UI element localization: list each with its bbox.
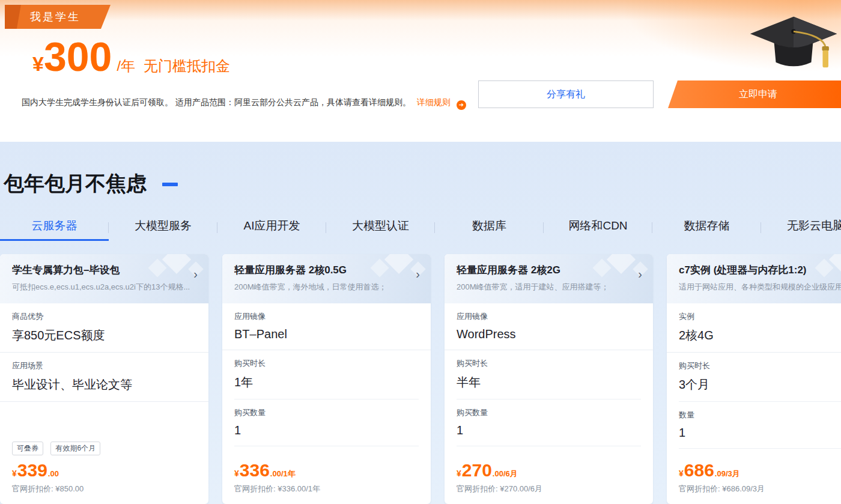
hero-price: ¥ 300 /年 无门槛抵扣金 — [32, 36, 230, 77]
chevron-right-icon[interactable]: › — [193, 267, 198, 281]
currency-symbol: ¥ — [457, 469, 461, 478]
tab-database[interactable]: 数据库 — [435, 214, 544, 241]
card-subtitle: 200M峰值带宽，适用于建站、应用搭建等； — [457, 282, 637, 293]
price-amount: 686 — [684, 461, 714, 479]
price-amount: 339 — [17, 461, 47, 479]
card-price-area: ¥ 270 .00 /6月 官网折扣价: ¥270.00/6月 — [445, 461, 653, 504]
subscription-section: 包年包月不焦虑 云服务器 大模型服务 AI应用开发 大模型认证 数据库 网络和C… — [0, 142, 841, 504]
price-decimal: .00 — [493, 469, 503, 478]
field-label: 购买时长 — [457, 358, 641, 369]
card-subtitle: 200M峰值带宽，海外地域，日常使用首选； — [234, 282, 414, 293]
tab-data-storage[interactable]: 数据存储 — [652, 214, 761, 241]
field-value: WordPress — [457, 327, 641, 341]
tab-cloud-server[interactable]: 云服务器 — [0, 214, 109, 241]
card-tags: 可叠券 有效期6个月 — [0, 442, 208, 461]
card-field: 商品优势 享850元ECS额度 — [0, 303, 208, 353]
product-card-lightweight-0-5g[interactable]: 轻量应用服务器 2核0.5G › 200M峰值带宽，海外地域，日常使用首选； 应… — [222, 254, 431, 504]
chevron-right-icon[interactable]: › — [638, 267, 642, 281]
rules-link[interactable]: 详细规则 — [417, 97, 451, 107]
original-price: 官网折扣价: ¥270.00/6月 — [457, 484, 641, 494]
price-suffix: /1年 — [281, 469, 296, 479]
field-label: 数量 — [679, 410, 841, 421]
card-price-area: ¥ 686 .09 /3月 官网折扣价: ¥686.09/3月 — [667, 461, 841, 504]
tab-cloud-desktop[interactable]: 无影云电脑 — [761, 214, 841, 241]
tag-validity: 有效期6个月 — [50, 442, 100, 455]
product-card-lightweight-2g[interactable]: 轻量应用服务器 2核2G › 200M峰值带宽，适用于建站、应用搭建等； 应用镜… — [445, 254, 653, 504]
student-ribbon: 我是学生 — [5, 5, 111, 29]
card-header: 学生专属算力包–毕设包 › 可抵扣ecs.e,ecs.u1,ecs.u2a,ec… — [0, 254, 208, 303]
card-title: 学生专属算力包–毕设包 — [12, 263, 196, 277]
price-suffix: /6月 — [503, 469, 518, 479]
card-field: 应用场景 毕业设计、毕业论文等 — [0, 353, 208, 402]
card-field: 购买时长 3个月 — [679, 353, 841, 402]
field-label: 应用镜像 — [457, 311, 641, 322]
description-text: 国内大学生完成学生身份认证后可领取。 适用产品范围：阿里云部分公共云产品，具体请… — [22, 97, 411, 107]
field-value: 享850元ECS额度 — [12, 327, 196, 344]
price-unit: /年 — [117, 56, 135, 76]
share-button[interactable]: 分享有礼 — [478, 80, 654, 108]
field-value: 1 — [679, 426, 841, 440]
card-price-area: ¥ 336 .00 /1年 官网折扣价: ¥336.00/1年 — [222, 461, 431, 504]
tab-network-cdn[interactable]: 网络和CDN — [544, 214, 652, 241]
card-title: 轻量应用服务器 2核0.5G — [234, 263, 419, 277]
price-subtitle: 无门槛抵扣金 — [144, 56, 230, 76]
field-value: 1年 — [234, 374, 419, 390]
section-title: 包年包月不焦虑 — [0, 142, 841, 198]
field-value: 1 — [234, 424, 419, 437]
field-value: 3个月 — [679, 377, 841, 393]
price-amount: 300 — [44, 36, 112, 77]
product-card-c7-instance[interactable]: c7实例 (处理器与内存比1:2) › 适用于网站应用、各种类型和规模的企业级应… — [667, 254, 841, 504]
tag-stackable-coupon: 可叠券 — [12, 442, 43, 455]
card-field: 购买时长 半年 — [457, 350, 641, 399]
card-price: ¥ 339 .00 — [12, 461, 196, 479]
field-label: 购买数量 — [234, 407, 419, 418]
card-price-area: ¥ 339 .00 官网折扣价: ¥850.00 — [0, 461, 208, 504]
field-value: 2核4G — [679, 327, 841, 344]
price-decimal: .00 — [270, 469, 281, 478]
tab-ai-app-dev[interactable]: AI应用开发 — [217, 214, 326, 241]
hero-banner: 我是学生 ¥ 300 /年 无门槛抵扣金 国内大学生完成学生身份认证后可领取。 … — [0, 0, 841, 142]
graduation-cap-icon — [748, 12, 839, 83]
title-dash-decoration — [162, 183, 178, 186]
student-promo-page: 我是学生 ¥ 300 /年 无门槛抵扣金 国内大学生完成学生身份认证后可领取。 … — [0, 0, 841, 504]
field-label: 实例 — [679, 311, 841, 322]
card-price: ¥ 686 .09 /3月 — [679, 461, 841, 479]
tab-llm-cert[interactable]: 大模型认证 — [326, 214, 435, 241]
currency-symbol: ¥ — [32, 52, 44, 76]
product-card-compute-pack[interactable]: 学生专属算力包–毕设包 › 可抵扣ecs.e,ecs.u1,ecs.u2a,ec… — [0, 254, 208, 504]
apply-button[interactable]: 立即申请 — [668, 80, 841, 108]
currency-symbol: ¥ — [12, 469, 17, 478]
card-header: c7实例 (处理器与内存比1:2) › 适用于网站应用、各种类型和规模的企业级应… — [667, 254, 841, 303]
field-label: 应用场景 — [12, 360, 196, 371]
card-field: 购买数量 1 — [457, 399, 641, 446]
original-price: 官网折扣价: ¥336.00/1年 — [234, 484, 419, 494]
field-label: 商品优势 — [12, 311, 196, 322]
field-value: 毕业设计、毕业论文等 — [12, 377, 196, 393]
original-price: 官网折扣价: ¥850.00 — [12, 484, 196, 494]
price-amount: 270 — [462, 461, 492, 479]
card-field: 应用镜像 BT–Panel — [222, 303, 431, 350]
card-title: 轻量应用服务器 2核2G — [457, 263, 641, 277]
tab-llm-service[interactable]: 大模型服务 — [109, 214, 217, 241]
original-price: 官网折扣价: ¥686.09/3月 — [679, 484, 841, 494]
category-tabs: 云服务器 大模型服务 AI应用开发 大模型认证 数据库 网络和CDN 数据存储 … — [0, 214, 841, 241]
card-field: 应用镜像 WordPress — [445, 303, 653, 350]
card-field: 实例 2核4G — [667, 303, 841, 353]
ribbon-label: 我是学生 — [30, 11, 80, 23]
field-label: 应用镜像 — [234, 311, 419, 322]
price-suffix: /3月 — [726, 469, 740, 479]
price-decimal: .09 — [715, 469, 726, 478]
card-field: 购买数量 1 — [234, 399, 419, 446]
chevron-right-icon[interactable]: › — [416, 267, 420, 281]
arrow-right-icon[interactable]: ➜ — [457, 100, 466, 110]
card-price: ¥ 336 .00 /1年 — [234, 461, 419, 479]
card-price: ¥ 270 .00 /6月 — [457, 461, 641, 479]
currency-symbol: ¥ — [234, 469, 239, 478]
field-label: 购买数量 — [457, 407, 641, 418]
field-value: BT–Panel — [234, 327, 419, 341]
field-label: 购买时长 — [679, 360, 841, 371]
field-value: 半年 — [457, 374, 641, 390]
section-title-text: 包年包月不焦虑 — [4, 172, 147, 195]
card-title: c7实例 (处理器与内存比1:2) — [679, 263, 841, 277]
card-header: 轻量应用服务器 2核2G › 200M峰值带宽，适用于建站、应用搭建等； — [445, 254, 653, 303]
